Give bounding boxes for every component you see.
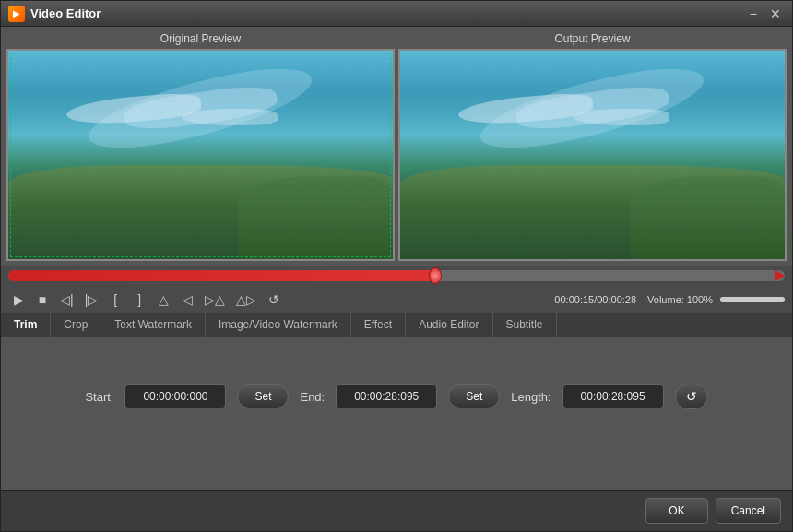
window-title: Video Editor <box>30 6 746 20</box>
end-value[interactable]: 00:00:28:095 <box>336 384 437 408</box>
preview-area: Original Preview Output Preview <box>1 27 792 266</box>
timeline-area <box>1 266 792 287</box>
time-display: 00:00:15/00:00:28 <box>554 294 636 305</box>
trim-controls-row: Start: 00:00:00:000 Set End: 00:00:28:09… <box>19 384 774 409</box>
start-value[interactable]: 00:00:00:000 <box>124 384 226 408</box>
clip-end-button[interactable]: △▷ <box>232 290 260 309</box>
close-button[interactable]: ✕ <box>766 6 785 21</box>
end-label: End: <box>300 390 325 404</box>
app-icon: ▶ <box>8 6 25 22</box>
prev-clip-button[interactable]: ◁ <box>177 290 197 309</box>
fish-out-decoration <box>457 90 594 127</box>
original-preview-video <box>6 49 395 261</box>
volume-slider[interactable] <box>720 297 785 302</box>
tab-subtitle[interactable]: Subtitle <box>493 313 557 337</box>
timeline-end-arrow <box>775 270 785 281</box>
title-bar: ▶ Video Editor − ✕ <box>1 1 792 27</box>
undo-button[interactable]: ↺ <box>264 290 284 309</box>
volume-fill <box>720 297 785 302</box>
play-button[interactable]: ▶ <box>8 290 29 309</box>
tabs-bar: Trim Crop Text Watermark Image/Video Wat… <box>1 313 792 337</box>
set-start-button[interactable]: Set <box>237 384 289 408</box>
prev-frame-button[interactable]: ◁| <box>56 290 77 309</box>
tab-trim[interactable]: Trim <box>1 313 51 337</box>
rock2-out-decoration <box>631 176 785 259</box>
video-editor-window: ▶ Video Editor − ✕ Original Preview Outp… <box>0 0 793 532</box>
length-value: 00:00:28:095 <box>562 384 664 408</box>
timeline-track[interactable] <box>8 270 785 281</box>
start-label: Start: <box>85 390 113 404</box>
tab-effect[interactable]: Effect <box>351 313 406 337</box>
length-label: Length: <box>511 390 550 404</box>
window-controls: − ✕ <box>746 6 785 21</box>
timeline-fill <box>8 270 435 281</box>
fish2-out-decoration <box>574 109 669 125</box>
output-preview-panel: Output Preview <box>398 32 787 261</box>
trim-panel: Start: 00:00:00:000 Set End: 00:00:28:09… <box>1 337 792 490</box>
original-preview-panel: Original Preview <box>6 32 395 261</box>
reset-button[interactable]: ↺ <box>675 384 708 409</box>
next-frame-button[interactable]: |▷ <box>81 290 102 309</box>
original-preview-label: Original Preview <box>160 32 241 45</box>
bottom-bar: OK Cancel <box>1 490 792 531</box>
ok-button[interactable]: OK <box>645 498 707 524</box>
output-preview-video <box>398 49 787 261</box>
output-preview-label: Output Preview <box>554 32 630 45</box>
timeline-thumb[interactable] <box>429 267 442 284</box>
controls-bar: ▶ ■ ◁| |▷ [ ] △ ◁ ▷△ △▷ ↺ 00:00:15/00:00… <box>1 287 792 313</box>
minimize-button[interactable]: − <box>746 6 761 21</box>
stop-button[interactable]: ■ <box>32 290 53 309</box>
tab-audio-editor[interactable]: Audio Editor <box>406 313 492 337</box>
volume-label: Volume: 100% <box>647 294 713 305</box>
tab-text-watermark[interactable]: Text Watermark <box>101 313 206 337</box>
set-end-button[interactable]: Set <box>448 384 500 408</box>
mark-out-button[interactable]: ] <box>129 290 149 309</box>
next-clip-start-button[interactable]: ▷△ <box>201 290 229 309</box>
cancel-button[interactable]: Cancel <box>716 498 781 524</box>
clip-start-button[interactable]: △ <box>153 290 173 309</box>
tab-image-video-watermark[interactable]: Image/Video Watermark <box>206 313 351 337</box>
mark-in-button[interactable]: [ <box>105 290 125 309</box>
tab-crop[interactable]: Crop <box>51 313 101 337</box>
selection-border <box>10 53 391 257</box>
